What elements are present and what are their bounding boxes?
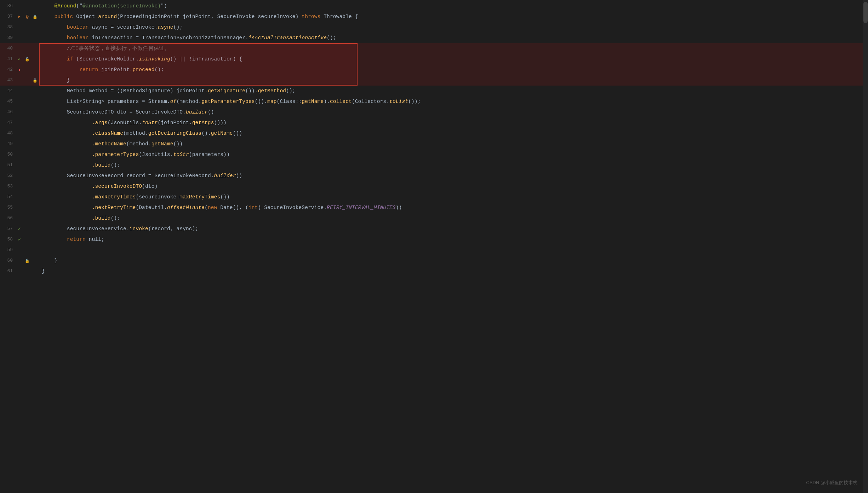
code-token: (parameters)) xyxy=(189,152,230,157)
code-token: (Collectors. xyxy=(352,99,389,104)
code-token: @Around xyxy=(54,3,76,9)
code-token: .methodName xyxy=(92,141,126,147)
code-token xyxy=(42,184,92,189)
code-token: Date(), ( xyxy=(217,205,248,210)
code-token: SecureInvokeDTO xyxy=(67,109,114,115)
code-token: (); xyxy=(111,162,120,168)
code-token: .maxRetryTimes xyxy=(92,194,136,200)
code-line: public Object around(ProceedingJoinPoint… xyxy=(39,11,868,22)
code-line: if (SecureInvokeHolder.isInvoking() || !… xyxy=(39,54,868,64)
code-token xyxy=(42,120,92,126)
line-number: 45 xyxy=(0,96,16,107)
table-row: 38 boolean async = secureInvoke.async(); xyxy=(0,22,868,33)
table-row: 60🔒 } xyxy=(0,255,868,266)
code-token: (SecureInvokeHolder. xyxy=(73,56,139,62)
code-token: (method. xyxy=(176,99,201,104)
code-token: //非事务状态，直接执行，不做任何保证。 xyxy=(67,46,170,51)
line-number: 44 xyxy=(0,86,16,96)
code-token xyxy=(42,67,79,72)
code-token: map xyxy=(267,99,277,104)
code-token xyxy=(42,3,54,9)
code-line: return null; xyxy=(39,234,868,245)
code-token: boolean xyxy=(67,24,89,30)
code-token: (); xyxy=(111,215,120,221)
line-number: 55 xyxy=(0,202,16,213)
code-token xyxy=(42,88,67,94)
line-number: 60 xyxy=(0,255,16,266)
line-number: 46 xyxy=(0,107,16,117)
code-line: .build(); xyxy=(39,160,868,170)
scrollbar-thumb[interactable] xyxy=(863,2,868,23)
code-token: inTransaction = TransactionSynchronizati… xyxy=(89,35,249,41)
table-row: 55 .nextRetryTime(DateUtil.offsetMinute(… xyxy=(0,202,868,213)
code-token: (secureInvoke. xyxy=(136,194,179,200)
code-token: getParameterTypes xyxy=(201,99,255,104)
icon-col-1: ▶ xyxy=(16,11,23,22)
watermark: CSDN @小咸鱼的技术栈 xyxy=(806,480,857,486)
code-token: (JsonUtils. xyxy=(108,120,142,126)
check-icon: ✓ xyxy=(18,237,21,242)
code-token: .secureInvokeDTO xyxy=(92,184,142,189)
line-number: 54 xyxy=(0,192,16,202)
code-token: Throwable { xyxy=(320,14,358,19)
code-line: .nextRetryTime(DateUtil.offsetMinute(new… xyxy=(39,202,868,213)
code-token: ()) xyxy=(233,130,242,136)
check-icon: ✓ xyxy=(18,226,21,232)
code-token xyxy=(42,130,92,136)
code-token: maxRetryTimes xyxy=(179,194,220,200)
line-number: 57 xyxy=(0,224,16,234)
code-token: getName xyxy=(302,99,324,104)
code-token: if xyxy=(67,56,73,62)
code-token xyxy=(42,24,67,30)
table-row: 43🔒 } xyxy=(0,75,868,86)
code-token: getSignature xyxy=(208,88,245,94)
code-token: ). xyxy=(324,99,330,104)
lock-icon: 🔒 xyxy=(25,57,30,62)
code-token: public xyxy=(54,14,73,19)
editor: 36 @Around("@annotation(secureInvoke)")3… xyxy=(0,0,868,493)
line-number: 61 xyxy=(0,266,16,277)
lock-icon: 🔒 xyxy=(33,15,38,19)
line-number: 43 xyxy=(0,75,16,86)
code-line: boolean inTransaction = TransactionSynch… xyxy=(39,33,868,43)
line-number: 48 xyxy=(0,128,16,139)
table-row: 47 .args(JsonUtils.toStr(joinPoint.getAr… xyxy=(0,117,868,128)
line-number: 36 xyxy=(0,1,16,11)
code-token: new xyxy=(208,205,217,210)
code-line: SecureInvokeDTO dto = SecureInvokeDTO.bu… xyxy=(39,107,868,117)
code-token: method = ((MethodSignature) joinPoint. xyxy=(86,88,208,94)
code-token: Method xyxy=(67,88,86,94)
code-line: //非事务状态，直接执行，不做任何保证。 xyxy=(39,43,868,54)
code-token: throws xyxy=(302,14,320,19)
code-token: ()) xyxy=(173,141,183,147)
code-token: dto = SecureInvokeDTO. xyxy=(114,109,185,115)
line-number: 37 xyxy=(0,11,16,22)
code-token: @annotation(secureInvoke) xyxy=(82,3,161,9)
arrow-icon: ▶ xyxy=(18,15,21,19)
code-token: getMethod xyxy=(258,88,286,94)
code-token: () xyxy=(236,173,242,179)
code-token: (DateUtil. xyxy=(136,205,167,210)
scrollbar[interactable] xyxy=(863,0,868,493)
code-token: of xyxy=(170,99,177,104)
code-token: } xyxy=(42,77,70,83)
code-token: toStr xyxy=(142,120,158,126)
code-token: )) xyxy=(396,205,402,210)
code-token: parameters = Stream. xyxy=(104,99,170,104)
code-token: () || !inTransaction) { xyxy=(170,56,242,62)
table-row: 45 List<String> parameters = Stream.of(m… xyxy=(0,96,868,107)
code-token: ()). xyxy=(255,99,267,104)
code-token: proceed xyxy=(133,67,155,72)
line-number: 40 xyxy=(0,43,16,54)
table-row: 57✓ secureInvokeService.invoke(record, a… xyxy=(0,224,868,234)
icon-col-1: ✓ xyxy=(16,224,23,234)
code-token: null; xyxy=(86,237,104,242)
code-token: boolean xyxy=(67,35,89,41)
code-line: .methodName(method.getName()) xyxy=(39,139,868,149)
code-line: return joinPoint.proceed(); xyxy=(39,64,868,75)
table-row: 44 Method method = ((MethodSignature) jo… xyxy=(0,86,868,96)
code-token: .parameterTypes xyxy=(92,152,139,157)
code-token: ( xyxy=(205,205,208,210)
check-icon: ✓ xyxy=(18,57,21,62)
table-row: 54 .maxRetryTimes(secureInvoke.maxRetryT… xyxy=(0,192,868,202)
